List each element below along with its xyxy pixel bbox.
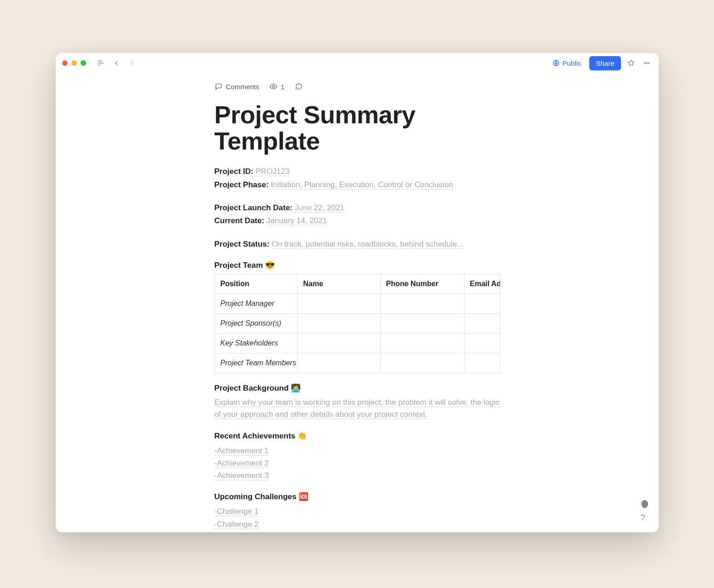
eye-icon: [269, 82, 278, 91]
team-row-name[interactable]: [297, 353, 380, 373]
project-phase-value: Initiation, Planning, Execution, Control…: [271, 180, 453, 190]
svg-point-3: [648, 63, 649, 63]
background-text[interactable]: Explain why your team is working on this…: [215, 397, 500, 421]
share-button[interactable]: Share: [589, 56, 621, 70]
team-row-name[interactable]: [297, 314, 380, 334]
list-item[interactable]: -Challenge 3: [215, 530, 500, 532]
team-row-phone[interactable]: [380, 334, 464, 353]
nav-back-button[interactable]: [111, 58, 122, 69]
team-row-email[interactable]: [464, 334, 500, 353]
launch-date-value: June 22, 2021: [295, 203, 344, 213]
team-col-phone[interactable]: Phone Number: [380, 274, 464, 294]
achievements-heading[interactable]: Recent Achievements 👏: [215, 431, 500, 441]
current-date-label: Current Date:: [215, 216, 265, 225]
team-row-email[interactable]: [464, 353, 500, 373]
team-table-header-row: Position Name Phone Number Email Address: [215, 274, 500, 294]
refresh-button[interactable]: [295, 82, 303, 91]
team-row-email[interactable]: [464, 314, 500, 334]
public-badge[interactable]: Public: [549, 58, 585, 69]
team-heading[interactable]: Project Team 😎: [215, 260, 500, 270]
doc-meta-row: Comments 1: [215, 82, 500, 91]
project-phase-line[interactable]: Project Phase: Initiation, Planning, Exe…: [215, 179, 500, 191]
team-row-name[interactable]: [297, 334, 380, 353]
challenges-heading[interactable]: Upcoming Challenges 🆘: [215, 492, 500, 502]
help-button[interactable]: ?: [638, 512, 649, 523]
project-id-value: PROJ123: [255, 167, 290, 176]
current-date-value: January 14, 2021: [267, 216, 327, 225]
team-row-position: Project Team Members: [221, 359, 296, 367]
svg-point-4: [273, 86, 275, 88]
team-row-email[interactable]: [464, 294, 500, 314]
globe-icon: [552, 59, 560, 67]
toggle-sidebar-button[interactable]: [95, 58, 106, 69]
document-scroll-area[interactable]: Comments 1 Project Summary Template Proj…: [56, 73, 659, 532]
team-col-position[interactable]: Position: [215, 274, 297, 294]
table-row[interactable]: Key Stakeholders: [215, 334, 500, 353]
table-row[interactable]: Project Team Members: [215, 353, 500, 373]
team-row-phone[interactable]: [380, 294, 464, 314]
team-col-name[interactable]: Name: [297, 274, 380, 294]
background-placeholder: Explain why your team is working on this…: [215, 398, 500, 419]
project-phase-label: Project Phase:: [215, 180, 269, 189]
table-row[interactable]: Project Manager: [215, 294, 500, 314]
list-item[interactable]: -Challenge 2: [215, 518, 500, 530]
document-body: Comments 1 Project Summary Template Proj…: [215, 82, 500, 532]
star-button[interactable]: [626, 58, 637, 69]
svg-point-2: [646, 63, 647, 63]
project-status-line[interactable]: Project Status: On track, potential risk…: [215, 238, 500, 250]
team-table[interactable]: Position Name Phone Number Email Address…: [215, 274, 500, 373]
list-item[interactable]: -Achievement 1: [215, 444, 500, 457]
maximize-window-button[interactable]: [81, 60, 86, 66]
comment-icon: [215, 82, 223, 91]
team-row-position: Key Stakeholders: [221, 339, 278, 347]
background-heading[interactable]: Project Background 👩‍💻: [215, 383, 500, 393]
project-status-label: Project Status:: [215, 240, 270, 248]
page-title[interactable]: Project Summary Template: [215, 102, 500, 154]
list-item[interactable]: -Achievement 3: [215, 469, 500, 482]
titlebar: Public Share: [56, 53, 659, 73]
project-status-value: On track, potential risks, roadblocks, b…: [272, 240, 464, 249]
table-row[interactable]: Project Sponsor(s): [215, 314, 500, 334]
team-row-phone[interactable]: [380, 353, 464, 373]
theme-indicator-icon: 🌘: [639, 500, 649, 508]
window-controls: [62, 60, 86, 66]
team-col-email[interactable]: Email Address: [464, 274, 500, 294]
close-window-button[interactable]: [62, 60, 68, 66]
list-item[interactable]: -Achievement 2: [215, 457, 500, 469]
nav-forward-button[interactable]: [127, 58, 138, 69]
comments-button[interactable]: Comments: [215, 82, 260, 91]
refresh-icon: [295, 82, 303, 91]
views-indicator[interactable]: 1: [269, 82, 284, 91]
public-label: Public: [563, 59, 581, 67]
svg-point-1: [644, 63, 645, 63]
current-date-line[interactable]: Current Date: January 14, 2021: [215, 215, 500, 227]
team-row-position: Project Manager: [221, 300, 274, 307]
launch-date-line[interactable]: Project Launch Date: June 22, 2021: [215, 202, 500, 214]
minimize-window-button[interactable]: [71, 60, 77, 66]
project-id-line[interactable]: Project ID: PROJ123: [215, 166, 500, 178]
project-id-label: Project ID:: [215, 167, 254, 176]
app-window: Public Share Comments 1: [56, 53, 659, 532]
team-row-name[interactable]: [297, 294, 380, 314]
comments-label: Comments: [226, 83, 260, 91]
team-row-phone[interactable]: [380, 314, 464, 334]
team-row-position: Project Sponsor(s): [221, 319, 282, 327]
list-item[interactable]: -Challenge 1: [215, 505, 500, 518]
view-count: 1: [281, 83, 284, 91]
launch-date-label: Project Launch Date:: [215, 203, 293, 212]
more-options-button[interactable]: [641, 58, 652, 69]
